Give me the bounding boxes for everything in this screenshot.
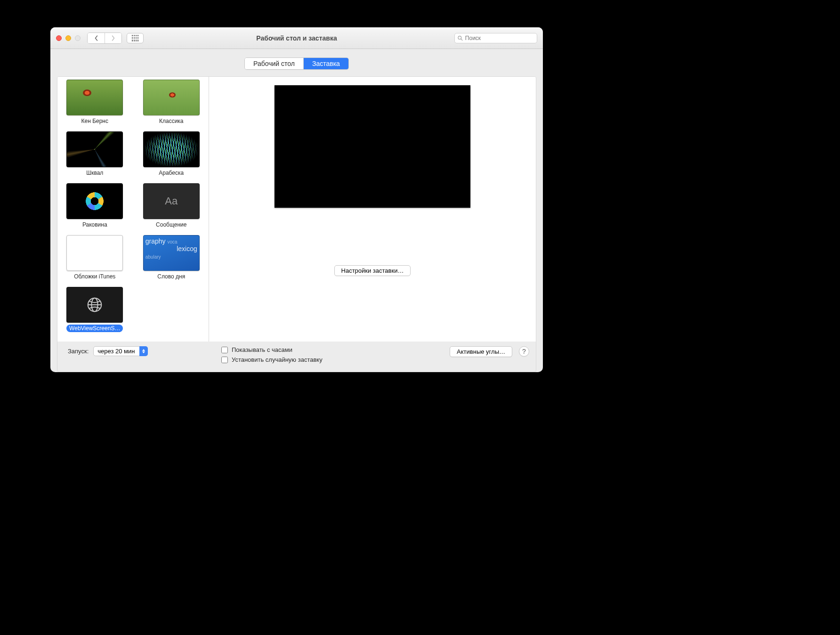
- saver-item-arabesque[interactable]: Арабеска: [138, 131, 205, 177]
- saver-thumbnail: [66, 287, 123, 323]
- zoom-button: [75, 35, 81, 41]
- hot-corners-button[interactable]: Активные углы…: [450, 346, 512, 357]
- saver-thumbnail: [66, 183, 123, 219]
- chevron-left-icon: [94, 35, 98, 41]
- saver-label: Кен Бернс: [79, 117, 111, 125]
- help-button[interactable]: ?: [519, 346, 529, 357]
- start-after-dropdown[interactable]: через 20 мин: [93, 346, 148, 356]
- saver-label: Обложки iTunes: [71, 273, 118, 280]
- saver-label: Раковина: [80, 221, 110, 228]
- saver-label: Слово дня: [154, 273, 188, 280]
- search-input[interactable]: [465, 35, 534, 41]
- start-after-label: Запуск:: [68, 348, 89, 355]
- saver-label: WebViewScreenS…: [66, 325, 123, 332]
- saver-thumbnail: [143, 80, 200, 115]
- window-controls: [56, 35, 81, 41]
- search-icon: [458, 35, 463, 41]
- saver-item-webview[interactable]: WebViewScreenS…: [61, 287, 129, 332]
- tab-desktop[interactable]: Рабочий стол: [245, 58, 303, 69]
- saver-item-word-of-day[interactable]: graphy voca lexicogabularyСлово дня: [138, 235, 205, 280]
- screensaver-list[interactable]: Кен БернсКлассикаШквалАрабескаРаковинаAa…: [57, 77, 209, 342]
- saver-label: Классика: [156, 117, 186, 125]
- saver-label: Шквал: [83, 169, 106, 177]
- saver-label: Арабеска: [156, 169, 186, 177]
- saver-item-classic[interactable]: Классика: [138, 80, 205, 125]
- nav-segmented: [87, 33, 122, 44]
- saver-thumbnail: [66, 131, 123, 167]
- show-clock-label: Показывать с часами: [232, 346, 292, 353]
- close-button[interactable]: [56, 35, 62, 41]
- footer-controls: Запуск: через 20 мин Показывать с часами…: [57, 342, 536, 372]
- random-saver-row[interactable]: Установить случайную заставку: [221, 356, 446, 363]
- preferences-window: Рабочий стол и заставка Рабочий стол Зас…: [50, 27, 543, 372]
- chevron-right-icon: [111, 35, 115, 41]
- show-clock-checkbox[interactable]: [221, 347, 228, 353]
- content-frame: Кен БернсКлассикаШквалАрабескаРаковинаAa…: [57, 76, 536, 372]
- grid-icon: [132, 35, 138, 41]
- saver-item-shkval[interactable]: Шквал: [61, 131, 129, 177]
- screensaver-options-button[interactable]: Настройки заставки…: [334, 265, 411, 276]
- saver-item-message[interactable]: AaСообщение: [138, 183, 205, 228]
- saver-item-itunes-artwork[interactable]: Обложки iTunes: [61, 235, 129, 280]
- back-button[interactable]: [88, 33, 105, 43]
- start-after-select[interactable]: через 20 мин: [93, 346, 148, 356]
- titlebar: Рабочий стол и заставка: [50, 27, 543, 49]
- saver-thumbnail: [66, 235, 123, 271]
- screensaver-preview: [275, 85, 470, 208]
- svg-line-1: [461, 39, 462, 40]
- window-title: Рабочий стол и заставка: [256, 34, 337, 42]
- tab-screensaver[interactable]: Заставка: [303, 58, 348, 69]
- minimize-button[interactable]: [65, 35, 71, 41]
- preview-pane: Настройки заставки…: [209, 77, 536, 342]
- show-clock-row[interactable]: Показывать с часами: [221, 346, 446, 353]
- saver-item-shell[interactable]: Раковина: [61, 183, 129, 228]
- random-saver-label: Установить случайную заставку: [232, 356, 323, 363]
- saver-thumbnail: [66, 80, 123, 115]
- search-field[interactable]: [454, 33, 537, 43]
- saver-label: Сообщение: [153, 221, 189, 228]
- random-saver-checkbox[interactable]: [221, 357, 228, 363]
- saver-thumbnail: [143, 131, 200, 167]
- saver-thumbnail: Aa: [143, 183, 200, 219]
- saver-thumbnail: graphy voca lexicogabulary: [143, 235, 200, 271]
- show-all-button[interactable]: [127, 33, 144, 43]
- saver-item-ken-burns[interactable]: Кен Бернс: [61, 80, 129, 125]
- forward-button[interactable]: [105, 33, 121, 43]
- tab-bar: Рабочий стол Заставка: [50, 57, 543, 70]
